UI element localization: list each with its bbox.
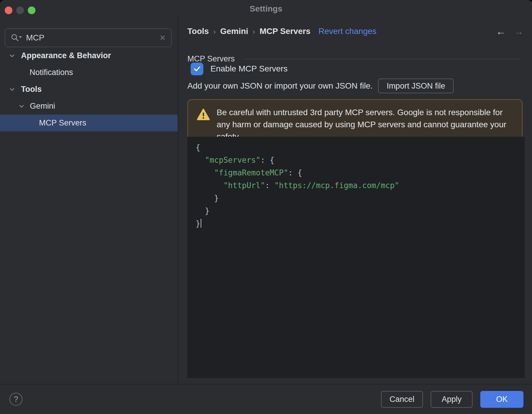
chevron-down-icon[interactable]	[18, 103, 25, 110]
sidebar-item-notifications[interactable]: Notifications	[0, 64, 178, 81]
chevron-down-icon[interactable]	[9, 86, 15, 93]
settings-content: Tools › Gemini › MCP Servers Revert chan…	[179, 18, 532, 384]
sidebar-item-mcp-servers[interactable]: MCP Servers	[0, 115, 178, 131]
enable-mcp-servers-checkbox[interactable]	[191, 63, 203, 75]
breadcrumb-item-gemini[interactable]: Gemini	[220, 27, 248, 36]
settings-tree: Appearance & Behavior Notifications Tool…	[0, 47, 178, 131]
mcp-json-editor[interactable]: { "mcpServers": { "figmaRemoteMCP": { "h…	[187, 137, 525, 378]
sidebar-item-label: Tools	[21, 85, 42, 94]
code-line: }	[196, 192, 525, 205]
breadcrumb-separator: ›	[213, 27, 216, 36]
enable-mcp-servers-setting: Enable MCP Servers	[191, 62, 288, 75]
code-line: }	[196, 205, 525, 217]
code-line: {	[196, 141, 525, 154]
code-line: "httpUrl": "https://mcp.figma.com/mcp"	[196, 179, 525, 192]
sidebar-item-appearance-behavior[interactable]: Appearance & Behavior	[0, 47, 178, 64]
apply-button[interactable]: Apply	[431, 391, 473, 408]
text-caret	[201, 219, 201, 228]
warning-triangle-icon	[197, 108, 210, 120]
revert-changes-link[interactable]: Revert changes	[318, 27, 376, 36]
import-json-file-button[interactable]: Import JSON file	[378, 79, 454, 93]
chevron-down-icon[interactable]	[9, 53, 15, 59]
sidebar-item-tools[interactable]: Tools	[0, 81, 178, 98]
sidebar-item-label: Appearance & Behavior	[21, 51, 111, 60]
search-icon[interactable]	[10, 33, 22, 43]
sidebar-item-label: MCP Servers	[39, 118, 86, 128]
code-line: }	[196, 217, 525, 230]
code-line: "mcpServers": {	[196, 154, 525, 167]
forward-arrow-icon: →	[514, 25, 524, 37]
section-divider	[242, 59, 520, 59]
help-icon[interactable]: ?	[9, 393, 22, 406]
settings-sidebar: MCP ✕ Appearance & Behavior Notification…	[0, 18, 178, 384]
search-query-text[interactable]: MCP	[26, 33, 159, 43]
checkbox-label[interactable]: Enable MCP Servers	[210, 64, 288, 74]
breadcrumb: Tools › Gemini › MCP Servers Revert chan…	[187, 25, 377, 38]
search-input[interactable]: MCP ✕	[5, 28, 172, 47]
ok-button[interactable]: OK	[480, 391, 523, 408]
import-hint-text: Add your own JSON or import your own JSO…	[187, 81, 373, 91]
dialog-actions: Cancel Apply OK	[381, 391, 523, 408]
import-json-row: Add your own JSON or import your own JSO…	[187, 79, 454, 93]
sidebar-item-gemini[interactable]: Gemini	[0, 98, 178, 115]
code-line: "figmaRemoteMCP": {	[196, 167, 525, 179]
settings-window: Settings MCP ✕ Appearance & Behavior	[0, 0, 532, 414]
clear-search-icon[interactable]: ✕	[159, 33, 166, 43]
cancel-button[interactable]: Cancel	[381, 391, 423, 408]
titlebar: Settings	[0, 0, 532, 18]
checkmark-icon	[193, 64, 202, 73]
breadcrumb-item-tools[interactable]: Tools	[187, 27, 209, 36]
history-navigation: ← →	[496, 25, 524, 37]
window-title: Settings	[0, 0, 532, 18]
breadcrumb-separator: ›	[253, 27, 255, 36]
sidebar-item-label: Gemini	[30, 102, 55, 111]
breadcrumb-item-mcp-servers: MCP Servers	[259, 27, 310, 36]
sidebar-item-label: Notifications	[30, 68, 73, 77]
back-arrow-icon[interactable]: ←	[496, 25, 506, 37]
dialog-footer: ? Cancel Apply OK	[0, 384, 532, 414]
